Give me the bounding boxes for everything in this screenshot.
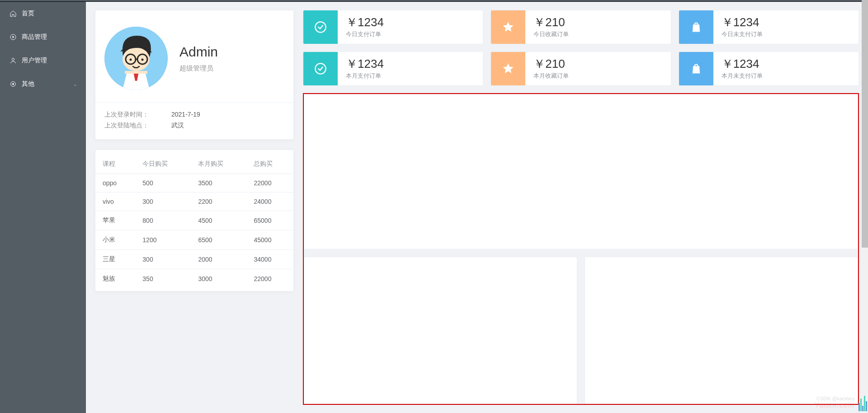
scrollbar-thumb[interactable]: [862, 0, 868, 248]
table-row: vivo300220024000: [95, 192, 293, 211]
table-cell: 300: [135, 250, 191, 269]
table-cell: 三星: [95, 250, 135, 269]
sidebar-item-user[interactable]: 用户管理: [0, 49, 86, 72]
main-content: Admin 超级管理员 上次登录时间： 2021-7-19 上次登陆地点： 武汉: [86, 2, 868, 413]
bag-icon: [679, 10, 713, 44]
sidebar-item-other[interactable]: 其他 ⌄: [0, 72, 86, 96]
divider: [95, 103, 293, 103]
star-icon: [491, 52, 525, 85]
table-cell: 500: [135, 174, 191, 192]
purchase-table: 课程 今日购买 本月购买 总购买 oppo500350022000vivo300…: [95, 155, 293, 288]
highlighted-chart-region: [303, 93, 859, 405]
bag-icon: [679, 52, 713, 85]
table-cell: 小米: [95, 230, 135, 250]
info-label: 上次登录时间：: [104, 111, 171, 119]
svg-point-12: [315, 22, 326, 32]
table-cell: 45000: [246, 230, 293, 250]
star-icon: [491, 10, 525, 44]
check-icon: [303, 10, 338, 44]
purchase-table-card: 课程 今日购买 本月购买 总购买 oppo500350022000vivo300…: [95, 150, 294, 291]
stat-body: ￥210今日收藏订单: [525, 10, 569, 44]
svg-point-9: [130, 59, 132, 61]
stat-value: ￥210: [533, 57, 569, 70]
table-row: oppo500350022000: [95, 174, 293, 192]
th-total: 总购买: [246, 155, 293, 174]
table-cell: 24000: [246, 192, 293, 211]
stat-label: 今日未支付订单: [722, 30, 763, 38]
stat-label: 今日支付订单: [346, 30, 384, 38]
sidebar-item-label: 商品管理: [22, 33, 47, 41]
sidebar-item-label: 其他: [22, 80, 34, 88]
table-cell: 65000: [246, 211, 293, 230]
sidebar-item-product[interactable]: 商品管理: [0, 25, 86, 49]
location-icon: [9, 80, 17, 88]
table-cell: 4500: [191, 211, 246, 230]
user-icon: [9, 57, 17, 64]
table-cell: 1200: [135, 230, 191, 250]
stat-body: ￥1234本月支付订单: [338, 52, 384, 85]
stat-label: 本月支付订单: [346, 72, 384, 80]
table-cell: 2200: [191, 192, 246, 211]
stat-value: ￥210: [533, 16, 569, 29]
svg-point-3: [12, 83, 14, 85]
stat-label: 本月收藏订单: [533, 72, 569, 80]
stat-body: ￥210本月收藏订单: [525, 52, 569, 85]
perf-meter: [859, 394, 867, 411]
chart-row: [304, 257, 858, 404]
stat-card: ￥210今日收藏订单: [491, 10, 671, 44]
th-course: 课程: [95, 155, 135, 174]
chart-panel-large: [304, 94, 858, 249]
chart-panel-small-right: [585, 257, 858, 404]
user-name: Admin: [179, 44, 218, 60]
sidebar-item-home[interactable]: 首页: [0, 2, 86, 25]
sidebar-item-label: 首页: [22, 9, 34, 18]
stat-value: ￥1234: [346, 16, 384, 29]
info-label: 上次登陆地点：: [104, 122, 171, 130]
play-icon: [9, 33, 17, 41]
scrollbar-track[interactable]: [862, 0, 868, 413]
table-cell: 350: [135, 269, 191, 289]
left-column: Admin 超级管理员 上次登录时间： 2021-7-19 上次登陆地点： 武汉: [95, 10, 294, 405]
table-cell: 3000: [191, 269, 246, 289]
table-cell: 22000: [246, 269, 293, 289]
user-text: Admin 超级管理员: [179, 44, 218, 73]
table-cell: oppo: [95, 174, 135, 192]
chevron-down-icon: ⌄: [73, 82, 77, 87]
table-cell: 3500: [191, 174, 246, 192]
stat-value: ￥1234: [722, 16, 763, 29]
stat-value: ￥1234: [722, 57, 763, 70]
th-month: 本月购买: [191, 155, 246, 174]
user-info-top: Admin 超级管理员: [104, 19, 284, 103]
table-row: 小米1200650045000: [95, 230, 293, 250]
layout: 首页 商品管理 用户管理 其他 ⌄: [0, 2, 868, 413]
table-row: 三星300200034000: [95, 250, 293, 269]
info-row-login-place: 上次登陆地点： 武汉: [104, 120, 284, 131]
table-cell: 22000: [246, 174, 293, 192]
stat-card: ￥1234本月支付订单: [303, 52, 483, 86]
table-row: 苹果800450065000: [95, 211, 293, 230]
table-cell: 6500: [191, 230, 246, 250]
stat-value: ￥1234: [346, 57, 384, 70]
sidebar-item-label: 用户管理: [22, 56, 47, 65]
stat-label: 今日收藏订单: [533, 30, 569, 38]
stat-card: ￥1234今日未支付订单: [679, 10, 859, 44]
check-icon: [303, 52, 338, 85]
info-row-login-time: 上次登录时间： 2021-7-19: [104, 109, 284, 120]
user-role: 超级管理员: [179, 64, 218, 73]
right-column: ￥1234今日支付订单￥210今日收藏订单￥1234今日未支付订单￥1234本月…: [303, 10, 859, 405]
table-cell: 苹果: [95, 211, 135, 230]
home-icon: [9, 10, 17, 17]
stat-card: ￥1234今日支付订单: [303, 10, 483, 44]
stat-body: ￥1234本月未支付订单: [713, 52, 763, 85]
svg-rect-11: [125, 71, 147, 74]
stat-card: ￥1234本月未支付订单: [679, 52, 859, 86]
table-cell: 800: [135, 211, 191, 230]
table-cell: 34000: [246, 250, 293, 269]
avatar: [104, 27, 168, 90]
chart-panel-small-left: [304, 257, 577, 404]
stat-label: 本月未支付订单: [722, 72, 763, 80]
table-row: 魅族350300022000: [95, 269, 293, 289]
stats-grid: ￥1234今日支付订单￥210今日收藏订单￥1234今日未支付订单￥1234本月…: [303, 10, 859, 86]
stat-body: ￥1234今日未支付订单: [713, 10, 763, 44]
table-header-row: 课程 今日购买 本月购买 总购买: [95, 155, 293, 174]
